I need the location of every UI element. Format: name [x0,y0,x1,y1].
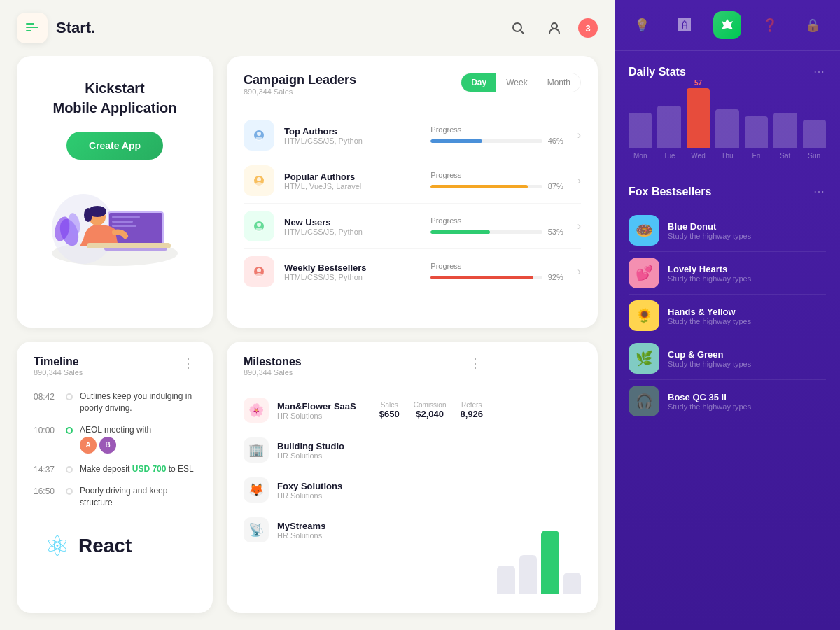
period-day[interactable]: Day [461,74,496,92]
fox-bestsellers-title: Fox Bestsellers [629,186,711,198]
bar-day: Mon [634,152,647,160]
bestseller-thumb: 🎧 [629,386,659,416]
kickstart-title: Kickstart Mobile Application [52,78,176,118]
timeline-dot [66,393,73,400]
sidebar-nav-lock[interactable]: 🔒 [799,11,827,39]
bestseller-thumb: 💕 [629,258,659,288]
ms-icon: 🌸 [244,398,269,423]
sidebar-nav-alpha[interactable]: 🅰 [671,11,699,39]
bestseller-name: Bose QC 35 II [668,392,751,402]
ms-sub: HR Solutions [277,491,342,500]
daily-stats-title: Daily Stats [629,66,686,78]
bestseller-info: Bose QC 35 II Study the highway types [668,392,751,411]
bestseller-info: Blue Donut Study the highway types [668,221,751,240]
timeline-text: Make deposit USD 700 to ESL [80,463,194,475]
camp-arrow[interactable]: › [578,220,581,232]
progress-label: Progress [430,262,567,270]
camp-arrow[interactable]: › [578,129,581,141]
ms-bar [497,566,515,594]
ms-meta: Sales $650 Comission $2,040 Refers 8,926 [379,401,483,419]
svg-point-29 [255,227,262,232]
bar-rect [715,109,738,148]
timeline-menu[interactable]: ⋮ [182,356,196,371]
camp-icon [244,211,274,241]
sidebar-nav-lightbulb[interactable]: 💡 [628,11,656,39]
camp-name: Weekly Bestsellers [284,262,421,273]
period-month[interactable]: Month [538,74,580,92]
bar-col: 57Wed [687,79,710,160]
fox-bestsellers-menu[interactable]: ⋯ [813,185,826,198]
sidebar-nav-fox[interactable] [713,11,741,39]
bestseller-info: Hands & Yellow Study the highway types [668,307,751,326]
svg-rect-2 [26,30,31,31]
bestseller-thumb: 🍩 [629,215,659,246]
progress-bar-fill [430,139,482,143]
react-logo-icon: ⚛ [45,530,70,562]
bar-day: Tue [664,152,676,160]
main-area: Start. 3 Kickstart Mobile A [0,0,615,630]
bar-rect [657,106,680,148]
user-button[interactable] [542,15,567,41]
milestone-row: 🦊 Foxy Solutions HR Solutions [244,470,483,510]
camp-arrow[interactable]: › [578,174,581,187]
milestones-menu[interactable]: ⋮ [469,356,483,371]
camp-info: Weekly Bestsellers HTML/CSS/JS, Python [284,262,421,281]
ms-stat-commission: Comission $2,040 [414,401,447,419]
svg-rect-0 [26,23,34,24]
camp-info: New Users HTML/CSS/JS, Python [284,217,421,236]
timeline-time: 14:37 [34,463,59,475]
sidebar-topnav: 💡 🅰 ❓ 🔒 [615,0,840,51]
progress-section: Progress 46% [430,125,567,145]
ms-sub: HR Solutions [277,451,344,460]
ms-icon: 🏢 [244,438,269,463]
search-button[interactable] [505,15,531,41]
bar-rect [774,113,797,148]
ms-stat-refers: Refers 8,926 [460,401,483,419]
bestseller-sub: Study the highway types [668,402,751,411]
svg-point-16 [84,208,92,222]
ms-icon: 🦊 [244,477,269,503]
progress-section: Progress 92% [430,262,567,281]
content-grid: Kickstart Mobile Application Create App [0,56,615,630]
timeline-item: 08:42 Outlines keep you indulging in poo… [34,391,196,414]
bar-col: Mon [629,111,652,160]
svg-rect-11 [112,220,133,223]
ms-name: Man&Flower SaaS [277,401,356,412]
sidebar-nav-question[interactable]: ❓ [756,11,784,39]
campaign-row: New Users HTML/CSS/JS, Python Progress 5… [244,204,581,249]
camp-icon [244,165,274,196]
timeline-item: 10:00 AEOL meeting with A B [34,424,196,454]
progress-bar-fill [430,276,533,279]
bestseller-name: Hands & Yellow [668,307,751,317]
bar-value: 57 [694,79,702,87]
campaign-title: Campaign Leaders [244,73,356,88]
ms-stat-sales: Sales $650 [379,401,400,419]
ms-icon: 📡 [244,517,269,542]
bar-col: Fri [745,115,768,160]
period-week[interactable]: Week [496,74,537,92]
svg-point-22 [257,132,261,136]
bar-col: Tue [657,104,680,160]
header-icons: 3 [505,15,598,41]
timeline-dot [66,488,73,495]
milestones-chart [497,356,581,599]
daily-stats-menu[interactable]: ⋯ [813,65,826,78]
camp-info: Popular Authors HTML, VueJS, Laravel [284,172,421,190]
progress-bar-bg [430,139,542,143]
camp-tech: HTML/CSS/JS, Python [284,273,421,281]
avatar: A [80,437,97,454]
ms-name: MyStreams [277,521,326,531]
avatar: B [99,437,116,454]
ms-name: Foxy Solutions [277,481,342,491]
bestseller-list: 🍩 Blue Donut Study the highway types 💕 L… [629,209,826,422]
campaign-row: Weekly Bestsellers HTML/CSS/JS, Python P… [244,249,581,294]
create-app-button[interactable]: Create App [66,132,163,160]
camp-arrow[interactable]: › [578,265,581,278]
bar-col: Sun [803,118,826,160]
notification-badge[interactable]: 3 [578,18,598,38]
svg-point-31 [257,268,261,272]
bestseller-name: Lovely Hearts [668,264,751,274]
ms-info: Man&Flower SaaS HR Solutions [277,401,356,420]
camp-icon [244,120,274,150]
progress-bar-bg [430,230,542,234]
